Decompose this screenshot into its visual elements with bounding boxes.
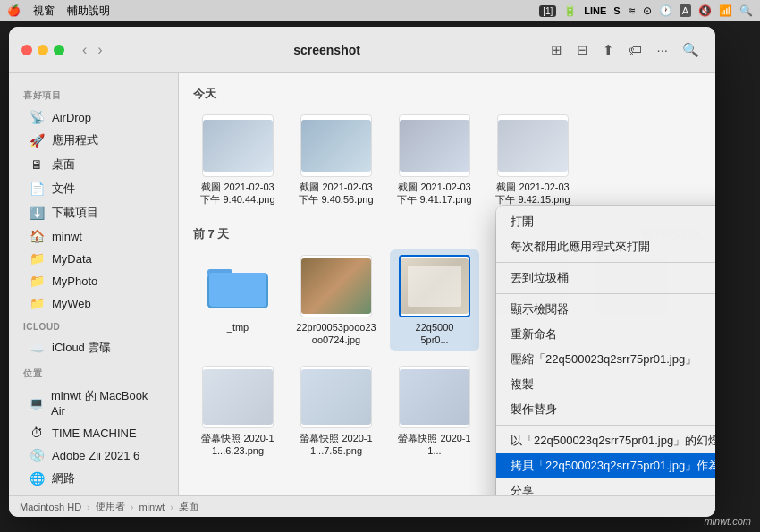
menubar-s-icon: S <box>613 5 620 16</box>
file-area: 今天 截圖 2021-02-03 下午 9.40.44.png 截圖 2021-… <box>179 73 715 495</box>
status-path-minwt: minwt <box>139 502 165 512</box>
adobe-icon: 💿 <box>29 448 45 462</box>
file-name: 螢幕快照 2020-11...6.23.png <box>197 432 279 458</box>
nav-buttons: ‹ › <box>79 40 106 60</box>
sidebar-label-network: 網路 <box>52 470 75 486</box>
toolbar-icons: ⊞ ⊟ ⬆ 🏷 ··· 🔍 <box>547 40 703 60</box>
window-title: screenshot <box>115 43 539 57</box>
status-sep-2: › <box>131 502 134 512</box>
sidebar-label-documents: 文件 <box>52 181 75 197</box>
back-button[interactable]: ‹ <box>79 40 90 60</box>
menubar-input-indicator: [1] <box>539 5 556 17</box>
sidebar-item-mydata[interactable]: 📁 MyData <box>14 248 173 269</box>
watermark: minwt.com <box>704 516 751 527</box>
cm-duplicate-label: 複製 <box>511 376 534 393</box>
sidebar-label-desktop: 桌面 <box>52 156 75 173</box>
sidebar-label-macbook: minwt 的 MacBook Air <box>51 388 158 418</box>
cm-rename[interactable]: 重新命名 <box>496 322 715 347</box>
cm-inspector[interactable]: 顯示檢閱器 <box>496 297 715 322</box>
file-thumbnail <box>300 255 372 317</box>
file-thumbnail <box>300 366 372 428</box>
file-name: _tmp <box>227 321 249 334</box>
sidebar-item-timemachine[interactable]: ⏱ TIME MACHINE <box>14 422 173 443</box>
list-item[interactable]: 螢幕快照 2020-11...6.23.png <box>193 360 283 463</box>
more-icon[interactable]: ··· <box>653 40 671 59</box>
today-files: 截圖 2021-02-03 下午 9.40.44.png 截圖 2021-02-… <box>193 109 701 212</box>
cm-open[interactable]: 打開 <box>496 209 715 234</box>
sidebar-item-adobe[interactable]: 💿 Adobe Zii 2021 6 <box>14 444 173 466</box>
list-item[interactable]: 截圖 2021-02-03 下午 9.40.44.png <box>193 109 283 212</box>
today-header: 今天 <box>193 86 701 102</box>
view-icon-grid[interactable]: ⊞ <box>547 40 566 60</box>
cm-alias[interactable]: 製作替身 <box>496 397 715 422</box>
cm-compress[interactable]: 壓縮「22q500023q2srr75pr01.jpg」 <box>496 347 715 372</box>
cm-rename-label: 重新命名 <box>511 326 557 342</box>
sidebar-label-timemachine: TIME MACHINE <box>52 426 137 440</box>
sidebar-label-icloud: iCloud 雲碟 <box>52 340 111 356</box>
sidebar-item-desktop[interactable]: 🖥 桌面 <box>14 153 173 176</box>
status-path-desktop: 桌面 <box>179 500 198 513</box>
icloud-icon: ☁️ <box>29 341 45 355</box>
sidebar-item-myphoto[interactable]: 📁 MyPhoto <box>14 270 173 291</box>
list-item[interactable]: _tmp <box>193 249 283 352</box>
sidebar-label-minwt: minwt <box>52 230 82 243</box>
sidebar-item-applications[interactable]: 🚀 應用程式 <box>14 129 173 152</box>
forward-button[interactable]: › <box>94 40 106 60</box>
file-name: 22q50005pr0... <box>416 321 454 347</box>
cm-trash[interactable]: 丟到垃圾桶 <box>496 266 715 291</box>
cm-open-with[interactable]: 每次都用此應用程式來打開 › <box>496 234 715 259</box>
downloads-icon: ⬇️ <box>29 206 45 220</box>
cm-share[interactable]: 分享 › <box>496 478 715 495</box>
cm-separator-3 <box>496 425 715 426</box>
finder-window: ‹ › screenshot ⊞ ⊟ ⬆ 🏷 ··· 🔍 喜好項目 📡 AirD… <box>9 27 715 517</box>
menu-help[interactable]: 輔助說明 <box>67 4 110 19</box>
cm-copy-path-label: 拷貝「22q500023q2srr75pr01.jpg」作為路徑名稱 <box>511 458 715 474</box>
file-name: 22pr00053pooo23oo0724.jpg <box>296 321 376 347</box>
list-item[interactable]: 截圖 2021-02-03 下午 9.42.15.png <box>488 109 578 212</box>
menubar-wifi-icon: 📶 <box>719 4 732 17</box>
search-button[interactable]: 🔍 <box>679 40 703 60</box>
tag-icon[interactable]: 🏷 <box>625 40 646 59</box>
list-item[interactable]: 螢幕快照 2020-11... <box>390 360 479 463</box>
list-item[interactable]: 截圖 2021-02-03 下午 9.41.17.png <box>390 109 479 212</box>
today-label: 今天 <box>193 86 216 102</box>
context-menu: 打開 每次都用此應用程式來打開 › 丟到垃圾桶 顯示檢閱器 重新命名 <box>496 206 715 495</box>
list-item[interactable]: 22q50005pr0... <box>390 249 479 352</box>
file-name: 螢幕快照 2020-11... <box>393 432 476 458</box>
file-thumbnail <box>399 114 470 177</box>
myphoto-icon: 📁 <box>29 274 45 288</box>
cm-slideshow[interactable]: 以「22q500023q2srr75pr01.jpg」的幻燈片秀 <box>496 428 715 453</box>
sidebar-label-myphoto: MyPhoto <box>52 274 97 288</box>
view-icon-list[interactable]: ⊟ <box>573 40 592 60</box>
sidebar-item-network[interactable]: 🌐 網路 <box>14 467 173 490</box>
menubar-search-icon[interactable]: 🔍 <box>739 4 753 17</box>
list-item[interactable]: 22pr00053pooo23oo0724.jpg <box>291 249 381 352</box>
minimize-button[interactable] <box>38 45 48 55</box>
sidebar-item-icloud[interactable]: ☁️ iCloud 雲碟 <box>14 336 173 359</box>
timemachine-icon: ⏱ <box>29 426 45 440</box>
cm-copy-path[interactable]: 拷貝「22q500023q2srr75pr01.jpg」作為路徑名稱 <box>496 453 715 478</box>
list-item[interactable]: 螢幕快照 2020-11...7.55.png <box>291 360 381 463</box>
cm-duplicate[interactable]: 複製 <box>496 372 715 397</box>
apple-menu[interactable]: 🍎 <box>7 4 21 17</box>
cm-alias-label: 製作替身 <box>511 401 557 418</box>
sidebar-label-adobe: Adobe Zii 2021 6 <box>52 449 139 462</box>
list-item[interactable]: 截圖 2021-02-03 下午 9.40.56.png <box>291 109 381 212</box>
file-thumbnail <box>202 366 274 428</box>
sidebar-item-minwt[interactable]: 🏠 minwt <box>14 225 173 247</box>
sidebar-item-documents[interactable]: 📄 文件 <box>14 177 173 200</box>
menu-window[interactable]: 視窗 <box>33 4 55 19</box>
sidebar-label-downloads: 下載項目 <box>52 205 98 221</box>
sidebar-item-macbook[interactable]: 💻 minwt 的 MacBook Air <box>14 384 173 421</box>
fullscreen-button[interactable] <box>54 45 64 55</box>
share-icon[interactable]: ⬆ <box>599 40 618 60</box>
close-button[interactable] <box>21 45 32 55</box>
macbook-icon: 💻 <box>29 396 44 410</box>
documents-icon: 📄 <box>29 182 45 196</box>
sidebar-item-airdrop[interactable]: 📡 AirDrop <box>14 106 173 128</box>
sidebar-item-downloads[interactable]: ⬇️ 下載項目 <box>14 201 173 224</box>
sidebar-item-myweb[interactable]: 📁 MyWeb <box>14 292 173 314</box>
cm-inspector-label: 顯示檢閱器 <box>511 301 569 317</box>
file-name: 螢幕快照 2020-11...7.55.png <box>295 432 377 458</box>
menubar-left: 🍎 視窗 輔助說明 <box>7 4 110 19</box>
